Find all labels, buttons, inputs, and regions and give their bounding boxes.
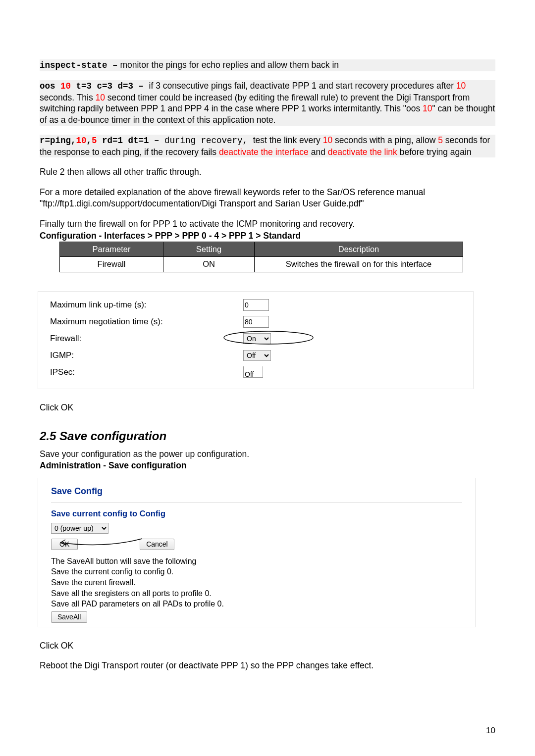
saveall-desc-4: Save all the sregisters on all ports to … [51,588,462,599]
select-igmp[interactable]: Off [243,350,271,361]
inspect-state-block: inspect-state – monitor the pings for ec… [40,59,495,71]
saveall-desc-5: Save all PAD parameters on all PADs to p… [51,599,462,609]
cancel-button[interactable]: Cancel [140,539,174,550]
th-setting: Setting [163,242,255,257]
code-oos-1: oos [40,81,60,91]
label-firewall: Firewall: [50,330,243,347]
rping-text-5: before trying again [397,147,472,157]
param-table: Parameter Setting Description Firewall O… [59,242,463,272]
code-rping-3: rd=1 dt=1 – [97,136,165,146]
settings-panel: Maximum link up-time (s): Maximum negoti… [38,291,474,389]
ok-button[interactable]: OK [51,539,78,550]
oos-v3: 10 [96,93,105,102]
label-max-negotiation: Maximum negotiation time (s): [50,313,243,330]
breadcrumb: Configuration - Interfaces > PPP > PPP 0… [40,230,495,242]
rping-d1: deactivate the interface [219,147,309,157]
code-rping-v1: 10 [76,136,87,146]
code-inspect-state: inspect-state – [40,60,118,70]
detailed-ref: For a more detailed explanation of the a… [40,187,495,209]
rping-v3: 10 [323,135,332,145]
rping-text-4: and [309,147,328,157]
select-save-config[interactable]: 0 (power up) [51,523,108,534]
td-parameter: Firewall [60,257,163,272]
input-max-link-uptime[interactable] [243,299,269,311]
save-config-subtitle: Save current config to Config [51,508,462,519]
oos-block: oos 10 t=3 c=3 d=3 – if 3 consecutive pi… [40,80,495,126]
value-ipsec: Off [243,366,263,378]
rping-text-1: test the link every [253,135,323,145]
label-igmp: IGMP: [50,347,243,364]
divider [51,503,462,503]
oos-text-2: seconds. This [40,93,96,102]
oos-v4: 10 [423,103,432,113]
rping-block: r=ping,10,5 rd=1 dt=1 – during recovery,… [40,135,495,158]
page-number: 10 [486,725,495,736]
saveall-button[interactable]: SaveAll [51,611,87,623]
oos-v2: 10 [456,81,466,91]
label-max-link-uptime: Maximum link up-time (s): [50,297,243,313]
code-oos-2: t=3 c=3 d=3 – [71,81,149,91]
code-oos-v1: 10 [60,81,71,91]
oos-text-1: if 3 consecutive pings fail, deactivate … [149,81,456,91]
th-description: Description [255,242,463,257]
select-firewall[interactable]: On [243,333,271,344]
saveall-desc-1: The SaveAll button will save the followi… [51,556,462,567]
code-rping-2: , [87,136,92,146]
finally-text: Finally turn the firewall on for PPP 1 t… [40,218,495,230]
admin-path: Administration - Save configuration [40,460,495,471]
save-config-panel: Save Config Save current config to Confi… [38,478,476,627]
code-rping-v2: 5 [92,136,97,146]
rping-text-2: seconds with a ping, allow [332,135,438,145]
heading-2-5: 2.5 Save configuration [40,428,495,444]
code-rping-4: during recovery, [164,136,253,146]
saveall-desc-2: Save the current config to config 0. [51,566,462,577]
th-parameter: Parameter [60,242,163,257]
inspect-state-desc: monitor the pings for echo replies and a… [120,60,339,70]
rping-d2: deactivate the link [328,147,397,157]
input-max-negotiation[interactable] [243,316,269,328]
td-setting: ON [163,257,255,272]
click-ok-1: Click OK [40,402,495,413]
reboot-text: Reboot the Digi Transport router (or dea… [40,660,495,671]
save-intro: Save your configuration as the power up … [40,449,495,460]
rping-v4: 5 [438,135,443,145]
code-rping-1: r=ping, [40,136,76,146]
rule2-text: Rule 2 then allows all other traffic thr… [40,166,495,178]
label-ipsec: IPSec: [50,364,243,381]
td-description: Switches the firewall on for this interf… [255,257,463,272]
click-ok-2: Click OK [40,640,495,652]
save-config-title: Save Config [51,485,462,497]
saveall-desc-3: Save the curent firewall. [51,577,462,588]
